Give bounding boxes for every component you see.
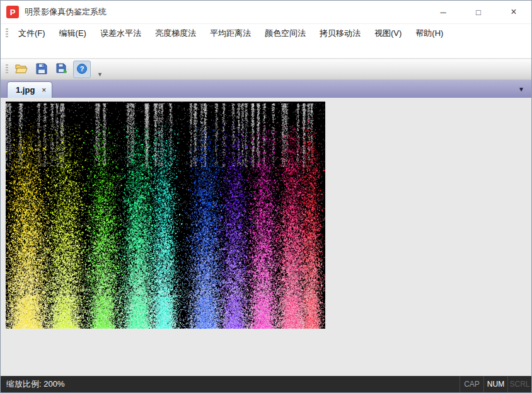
menu-item-luminance-gradient[interactable]: 亮度梯度法: [148, 26, 203, 41]
toolbar-overflow-chevron[interactable]: ▼: [97, 71, 103, 79]
menu-bar: 文件(F) 编辑(E) 误差水平法 亮度梯度法 平均距离法 颜色空间法 拷贝移动…: [1, 23, 531, 42]
save-as-button[interactable]: [53, 61, 71, 78]
zoom-ratio-label: 缩放比例: 200%: [6, 378, 64, 390]
save-button[interactable]: [33, 61, 50, 78]
caps-lock-indicator: CAP: [460, 376, 483, 392]
maximize-button[interactable]: □: [461, 1, 496, 23]
keyboard-indicators: CAP NUM SCRL: [460, 376, 531, 392]
document-tab-label: 1.jpg: [16, 85, 35, 95]
num-lock-indicator: NUM: [483, 376, 507, 392]
app-logo-icon: P: [6, 6, 19, 18]
folder-open-icon: [15, 63, 28, 76]
help-button[interactable]: ?: [73, 61, 91, 78]
scroll-lock-indicator: SCRL: [507, 376, 531, 392]
help-icon: ?: [76, 63, 88, 76]
close-button[interactable]: ×: [496, 1, 531, 23]
menu-grip-handle[interactable]: [6, 28, 8, 38]
menu-item-average-distance[interactable]: 平均距离法: [203, 26, 258, 41]
document-tab[interactable]: 1.jpg ×: [7, 81, 52, 98]
document-image[interactable]: [6, 102, 325, 329]
save-icon: [36, 63, 47, 76]
save-as-icon: [56, 63, 68, 76]
menu-item-color-space[interactable]: 颜色空间法: [258, 26, 313, 41]
rebar-spacer: [1, 42, 531, 59]
menu-item-view[interactable]: 视图(V): [367, 26, 408, 41]
toolbar: ? ▼: [1, 59, 531, 80]
tab-list-dropdown-icon[interactable]: ▼: [518, 86, 524, 93]
menu-item-file[interactable]: 文件(F): [11, 26, 52, 41]
toolbar-grip-handle[interactable]: [6, 64, 8, 74]
svg-text:?: ?: [80, 65, 84, 73]
document-tab-bar: 1.jpg × ▼: [1, 80, 531, 98]
open-file-button[interactable]: [13, 61, 30, 78]
tab-close-icon[interactable]: ×: [42, 86, 46, 95]
menu-item-edit[interactable]: 编辑(E): [52, 26, 93, 41]
menu-item-copy-move[interactable]: 拷贝移动法: [313, 26, 367, 41]
title-bar: P 明景影像真伪鉴定系统 ─ □ ×: [1, 1, 531, 23]
menu-item-error-level[interactable]: 误差水平法: [93, 26, 148, 41]
menu-item-help[interactable]: 帮助(H): [408, 26, 450, 41]
minimize-button[interactable]: ─: [425, 1, 461, 23]
window-title: 明景影像真伪鉴定系统: [25, 6, 107, 18]
document-view-area: [1, 98, 531, 376]
status-bar: 缩放比例: 200% CAP NUM SCRL: [1, 376, 531, 392]
